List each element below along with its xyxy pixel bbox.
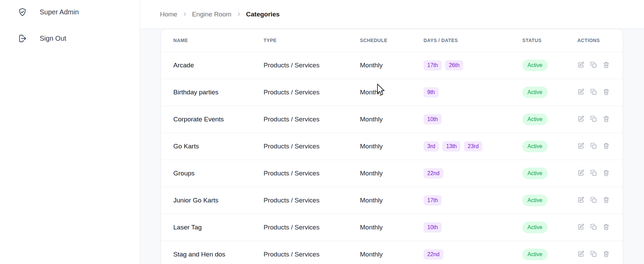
row-actions	[577, 61, 623, 69]
status-cell: Active	[522, 114, 577, 125]
day-badge: 17th	[424, 195, 442, 206]
edit-icon	[577, 61, 585, 69]
breadcrumb-current-categories: Categories	[246, 11, 280, 18]
category-name: Arcade	[173, 62, 264, 69]
status-badge: Active	[522, 195, 548, 206]
duplicate-button[interactable]	[590, 142, 597, 150]
row-actions	[577, 88, 623, 96]
content-area: NAME TYPE SCHEDULE DAYS / DATES STATUS A…	[140, 29, 644, 264]
days-dates-badges: 17th	[424, 195, 522, 206]
category-name: Stag and Hen dos	[173, 251, 264, 258]
category-schedule: Monthly	[360, 62, 424, 69]
delete-button[interactable]	[603, 88, 610, 96]
status-cell: Active	[522, 222, 577, 233]
day-badge: 3rd	[424, 141, 439, 151]
duplicate-icon	[590, 142, 597, 150]
edit-icon	[577, 196, 585, 204]
sidebar-item-label: Super Admin	[40, 8, 79, 16]
delete-icon	[603, 88, 610, 96]
edit-button[interactable]	[577, 169, 585, 177]
duplicate-button[interactable]	[590, 88, 597, 96]
delete-icon	[603, 61, 610, 69]
edit-button[interactable]	[577, 223, 585, 232]
days-dates-badges: 17th26th	[424, 60, 522, 70]
delete-icon	[603, 115, 610, 123]
delete-icon	[603, 142, 610, 150]
duplicate-button[interactable]	[590, 223, 597, 232]
days-dates-badges: 9th	[424, 87, 522, 97]
duplicate-button[interactable]	[590, 196, 597, 204]
delete-button[interactable]	[603, 250, 610, 259]
shield-check-icon	[18, 8, 27, 17]
category-schedule: Monthly	[360, 143, 424, 150]
days-dates-badges: 10th	[424, 114, 522, 124]
table-row: Arcade Products / Services Monthly 17th2…	[161, 52, 623, 79]
edit-button[interactable]	[577, 142, 585, 150]
duplicate-button[interactable]	[590, 250, 597, 259]
sidebar-item-label: Sign Out	[40, 35, 66, 42]
delete-icon	[603, 196, 610, 204]
status-badge: Active	[522, 114, 548, 125]
duplicate-icon	[590, 223, 597, 232]
category-schedule: Monthly	[360, 197, 424, 204]
edit-button[interactable]	[577, 196, 585, 204]
table-row: Birthday parties Products / Services Mon…	[161, 79, 623, 106]
status-cell: Active	[522, 249, 577, 260]
edit-icon	[577, 88, 585, 96]
logout-icon	[18, 34, 27, 43]
column-header-name: NAME	[173, 38, 264, 43]
day-badge: 23rd	[464, 141, 482, 151]
sidebar: Super Admin Sign Out	[0, 0, 140, 264]
row-actions	[577, 250, 623, 259]
delete-button[interactable]	[603, 142, 610, 150]
day-badge: 22nd	[424, 249, 443, 260]
row-actions	[577, 142, 623, 150]
table-row: Corporate Events Products / Services Mon…	[161, 106, 623, 133]
status-cell: Active	[522, 168, 577, 179]
breadcrumb-engine-room[interactable]: Engine Room	[192, 11, 231, 18]
edit-button[interactable]	[577, 115, 585, 123]
delete-button[interactable]	[603, 196, 610, 204]
duplicate-icon	[590, 88, 597, 96]
days-dates-badges: 22nd	[424, 249, 522, 260]
day-badge: 9th	[424, 87, 439, 97]
edit-icon	[577, 223, 585, 232]
table-row: Laser Tag Products / Services Monthly 10…	[161, 214, 623, 241]
edit-icon	[577, 115, 585, 123]
edit-icon	[577, 169, 585, 177]
status-cell: Active	[522, 87, 577, 98]
day-badge: 17th	[424, 60, 442, 70]
main-area: Home Engine Room Categories NAME TYPE SC…	[140, 0, 644, 264]
delete-button[interactable]	[603, 115, 610, 123]
edit-button[interactable]	[577, 250, 585, 259]
delete-button[interactable]	[603, 169, 610, 177]
breadcrumb-home[interactable]: Home	[160, 11, 177, 18]
delete-button[interactable]	[603, 223, 610, 232]
delete-button[interactable]	[603, 61, 610, 69]
day-badge: 22nd	[424, 168, 443, 179]
delete-icon	[603, 250, 610, 259]
edit-button[interactable]	[577, 61, 585, 69]
duplicate-button[interactable]	[590, 169, 597, 177]
day-badge: 10th	[424, 114, 442, 124]
row-actions	[577, 223, 623, 232]
duplicate-button[interactable]	[590, 61, 597, 69]
days-dates-badges: 3rd13th23rd	[424, 141, 522, 151]
table-body: Arcade Products / Services Monthly 17th2…	[161, 52, 623, 264]
status-badge: Active	[522, 141, 548, 152]
day-badge: 13th	[442, 141, 460, 151]
category-schedule: Monthly	[360, 170, 424, 177]
chevron-right-icon	[236, 12, 241, 17]
category-type: Products / Services	[264, 116, 360, 123]
duplicate-icon	[590, 61, 597, 69]
edit-button[interactable]	[577, 88, 585, 96]
category-type: Products / Services	[264, 143, 360, 150]
table-row: Go Karts Products / Services Monthly 3rd…	[161, 133, 623, 160]
categories-table-card: NAME TYPE SCHEDULE DAYS / DATES STATUS A…	[161, 29, 623, 264]
category-name: Go Karts	[173, 143, 264, 150]
category-schedule: Monthly	[360, 251, 424, 258]
day-badge: 26th	[445, 60, 463, 70]
duplicate-button[interactable]	[590, 115, 597, 123]
sidebar-item-super-admin[interactable]: Super Admin	[0, 3, 140, 21]
sidebar-item-sign-out[interactable]: Sign Out	[0, 30, 140, 47]
